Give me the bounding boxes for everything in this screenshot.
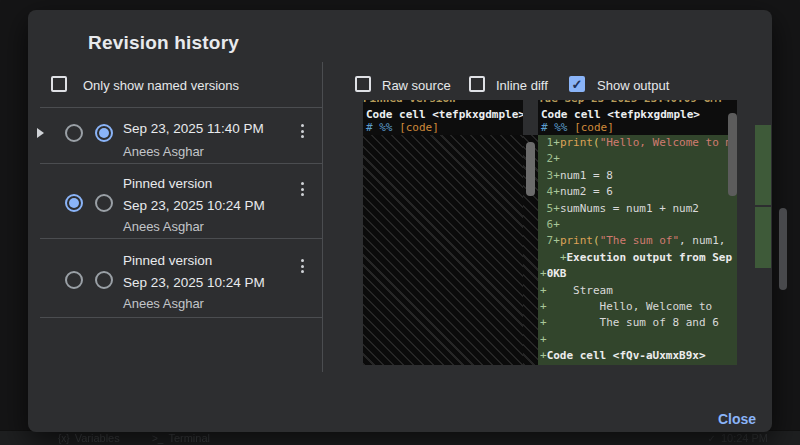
diff-gap-track: [523, 100, 538, 135]
inline-diff-checkbox[interactable]: [469, 76, 485, 92]
version3-right-radio[interactable]: [95, 271, 113, 289]
diff-left-cell-marker: # %% [code]: [366, 121, 439, 134]
variables-icon: {x}: [58, 433, 70, 444]
version1-left-radio[interactable]: [65, 124, 83, 142]
show-output-checkbox[interactable]: ✓: [569, 76, 585, 92]
divider: [40, 317, 322, 318]
show-output-label: Show output: [597, 78, 669, 93]
footer-status: ✓ 10:24 PM: [708, 432, 768, 444]
version3-name: Pinned version: [123, 253, 212, 268]
version2-name: Pinned version: [123, 176, 212, 191]
footer-variables: {x} Variables: [58, 432, 120, 444]
raw-source-label: Raw source: [382, 78, 451, 93]
version1-right-radio[interactable]: [95, 124, 113, 142]
version2-date: Sep 23, 2025 10:24 PM: [123, 198, 265, 213]
version3-date: Sep 23, 2025 10:24 PM: [123, 275, 265, 290]
version3-author: Anees Asghar: [123, 296, 204, 311]
footer-terminal: >_ Terminal: [152, 432, 210, 444]
diff-right-pane: Tue Sep 23 2025 23:40:09 GMT Code cell <…: [538, 100, 737, 365]
expand-arrow-icon[interactable]: [37, 128, 44, 138]
diff-minimap-segment: [755, 207, 771, 268]
revision-history-dialog: Revision history Only show named version…: [28, 10, 772, 432]
diff-right-cell-marker: # %% [code]: [541, 121, 614, 134]
app-footer-bar: {x} Variables >_ Terminal ✓ 10:24 PM: [0, 430, 800, 445]
version1-menu-button[interactable]: [294, 122, 310, 140]
dialog-title: Revision history: [88, 32, 239, 54]
divider: [40, 238, 322, 239]
diff-left-empty-filler: [363, 135, 523, 365]
diff-right-cell-header: Code cell <tefpkxgdmple>: [541, 108, 700, 121]
terminal-icon: >_: [152, 433, 163, 444]
diff-right-clipped-header: Tue Sep 23 2025 23:40:09 GMT: [538, 100, 737, 107]
version2-author: Anees Asghar: [123, 219, 204, 234]
diff-view: Pinned version Code cell <tefpkxgdmple> …: [363, 100, 737, 365]
close-button[interactable]: Close: [718, 411, 756, 427]
footer-variables-label: Variables: [75, 432, 120, 444]
panel-divider: [322, 62, 323, 372]
dialog-scrollbar-thumb[interactable]: [779, 208, 787, 290]
diff-left-cell-header: Code cell <tefpkxgdmple>: [366, 108, 525, 121]
only-named-versions-checkbox[interactable]: [51, 76, 67, 92]
left-pane-scrollbar-thumb[interactable]: [526, 142, 535, 196]
right-pane-scrollbar-thumb[interactable]: [728, 113, 737, 196]
footer-terminal-label: Terminal: [168, 432, 210, 444]
version2-left-radio[interactable]: [65, 194, 83, 212]
divider: [40, 163, 322, 164]
version2-menu-button[interactable]: [294, 180, 310, 198]
version3-menu-button[interactable]: [294, 257, 310, 275]
version1-date: Sep 23, 2025 11:40 PM: [123, 121, 264, 136]
diff-minimap-segment: [755, 125, 771, 205]
diff-added-lines: 1+print("Hello, Welcome to m 2+ 3+num1 =…: [540, 135, 737, 364]
raw-source-checkbox[interactable]: [355, 76, 371, 92]
version2-right-radio[interactable]: [95, 194, 113, 212]
version1-author: Anees Asghar: [123, 144, 204, 159]
version3-left-radio[interactable]: [65, 271, 83, 289]
diff-left-clipped-header: Pinned version: [363, 100, 523, 107]
footer-status-time: 10:24 PM: [721, 432, 768, 444]
diff-pane-gap: [523, 100, 538, 365]
diff-left-pane: Pinned version Code cell <tefpkxgdmple> …: [363, 100, 523, 365]
check-icon: ✓: [708, 433, 716, 444]
only-named-versions-label: Only show named versions: [83, 78, 239, 93]
inline-diff-label: Inline diff: [496, 78, 548, 93]
divider: [40, 107, 322, 108]
